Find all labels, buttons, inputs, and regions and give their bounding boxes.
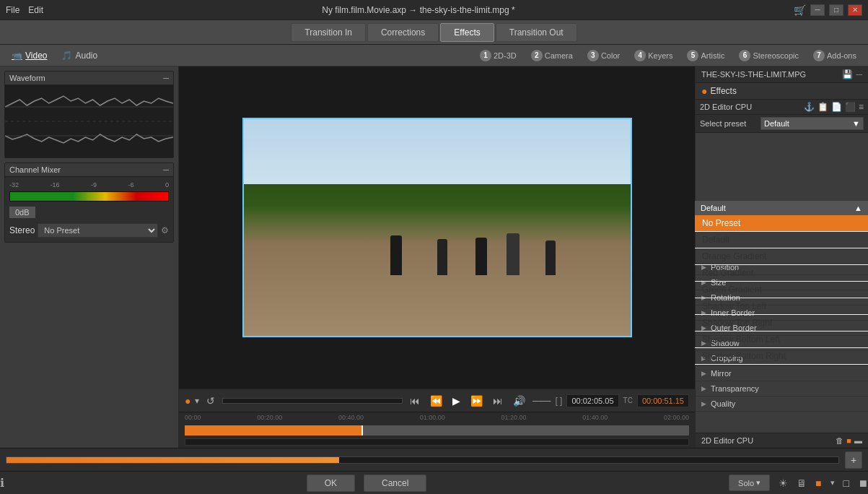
- transparency-label: Transparency: [711, 384, 759, 393]
- bottom-progress-fill: [6, 457, 339, 463]
- paste-icon[interactable]: 📄: [831, 102, 842, 112]
- volume-slider[interactable]: ───: [532, 396, 551, 406]
- preset-dropdown: Default ▲ No Preset Default Orange Gradi…: [695, 201, 868, 365]
- skip-start-icon[interactable]: ⏮: [407, 394, 423, 408]
- prop-mirror[interactable]: ▶ Mirror: [696, 366, 868, 381]
- tab-transition-in[interactable]: Transition In: [291, 23, 366, 42]
- right-panel-bottom-editor: 2D Editor CPU: [701, 436, 753, 445]
- preview-area: [179, 66, 695, 389]
- vu-meter: [9, 191, 169, 202]
- skip-end-icon[interactable]: ⏭: [490, 394, 506, 408]
- vu-scale: -32 -16 -9 -6 0: [9, 181, 169, 188]
- dropdown-item-shadow-bottom-right[interactable]: Shadow Bottom Right: [695, 348, 868, 365]
- list-icon[interactable]: ≡: [859, 102, 864, 112]
- dropdown-item-default[interactable]: Default: [695, 232, 868, 248]
- channel-mixer-minimize-icon[interactable]: ─: [163, 165, 169, 174]
- color-box-icon[interactable]: ■: [815, 477, 821, 489]
- solo-label: Solo: [738, 479, 754, 488]
- info-button[interactable]: ℹ: [0, 476, 4, 490]
- tab-corrections[interactable]: Corrections: [367, 23, 439, 42]
- white-box-icon[interactable]: □: [843, 477, 849, 489]
- tab-2d3d[interactable]: 1 2D-3D: [474, 48, 522, 64]
- tab-audio[interactable]: 🎵 Audio: [56, 48, 103, 63]
- orange-square-icon[interactable]: ■: [846, 436, 851, 445]
- titlebar-title: Ny film.film.Movie.axp → the-sky-is-the-…: [322, 5, 514, 15]
- video-placeholder: [244, 119, 631, 336]
- play-button[interactable]: ▶: [450, 394, 463, 408]
- tab-num-1: 1: [480, 50, 491, 61]
- prop-quality[interactable]: ▶ Quality: [696, 396, 868, 412]
- effects-indicator: ●: [701, 85, 707, 97]
- center-area: ● ▾ ↺ ⏮ ⏪ ▶ ⏩ ⏭ 🔊 ─── [ ] 00:02:05.05 TC…: [179, 66, 695, 448]
- monitor-icon[interactable]: 🖥: [797, 477, 807, 489]
- copy-icon[interactable]: 📋: [817, 102, 828, 112]
- minimize-button[interactable]: ─: [810, 4, 825, 16]
- tab-artistic[interactable]: 5 Artistic: [681, 48, 730, 64]
- dropdown-item-shadow-bottom-left[interactable]: Shadow Bottom Left: [695, 332, 868, 348]
- timeline-scrollbar[interactable]: [185, 438, 689, 446]
- dropdown-icon[interactable]: ▾: [830, 478, 835, 488]
- tab-transition-out[interactable]: Transition Out: [496, 23, 577, 42]
- tab-color[interactable]: 3 Color: [582, 48, 626, 64]
- solo-arrow-icon: ▾: [756, 478, 760, 488]
- cart-icon[interactable]: 🛒: [794, 4, 806, 16]
- dropdown-item-orange-gradient[interactable]: Orange Gradient: [695, 248, 868, 265]
- anchor-icon[interactable]: ⚓: [804, 102, 815, 112]
- close-button[interactable]: ✕: [848, 4, 862, 16]
- dropdown-header-label: Default: [701, 204, 726, 212]
- vu-label-2: -16: [50, 181, 59, 188]
- prop-transparency[interactable]: ▶ Transparency: [696, 381, 868, 396]
- settings-icon[interactable]: ⬛: [845, 102, 856, 112]
- transport-red-dot[interactable]: ●: [185, 395, 190, 407]
- sun-icon[interactable]: ☀: [779, 477, 788, 489]
- tab-num-5: 5: [687, 50, 698, 61]
- tab-camera-label: Camera: [545, 51, 573, 60]
- dropdown-close-icon[interactable]: ▲: [854, 204, 862, 212]
- solo-button[interactable]: Solo ▾: [729, 474, 770, 491]
- tab-video[interactable]: 📹 Video: [6, 48, 53, 63]
- audio-tab-label: Audio: [75, 51, 97, 61]
- tab-num-7: 7: [813, 50, 825, 61]
- volume-icon[interactable]: 🔊: [510, 394, 528, 408]
- tab-camera[interactable]: 2 Camera: [525, 48, 579, 64]
- tab-keyers[interactable]: 4 Keyers: [628, 48, 678, 64]
- dropdown-item-shadow-top-right[interactable]: Shadow Top Right: [695, 315, 868, 332]
- menu-edit[interactable]: Edit: [28, 5, 43, 15]
- tab-effects[interactable]: Effects: [440, 23, 494, 42]
- tab-stereoscopic[interactable]: 6 Stereoscopic: [733, 48, 805, 64]
- preset-dropdown-trigger[interactable]: Default ▼: [760, 117, 864, 130]
- tab-stereoscopic-label: Stereoscopic: [753, 51, 799, 60]
- timeline-track[interactable]: [185, 425, 689, 436]
- dropdown-item-shadow-top-left[interactable]: Shadow Top Left: [695, 298, 868, 315]
- audio-preset-select[interactable]: No Preset: [38, 223, 158, 238]
- step-forward-icon[interactable]: ⏩: [468, 394, 486, 408]
- cancel-button[interactable]: Cancel: [364, 474, 426, 492]
- menu-file[interactable]: File: [6, 5, 19, 15]
- save-icon[interactable]: 💾: [842, 69, 853, 79]
- dropdown-item-no-preset[interactable]: No Preset: [695, 215, 868, 232]
- right-minimize-icon[interactable]: ─: [856, 69, 862, 79]
- trash-icon[interactable]: 🗑: [836, 436, 843, 445]
- vu-label-3: -9: [91, 181, 97, 188]
- add-button[interactable]: +: [845, 451, 862, 469]
- waveform-title: Waveform: [9, 74, 45, 82]
- dropdown-item-red-gradient[interactable]: Red Gradient: [695, 265, 868, 282]
- tc-label: TC: [623, 396, 633, 404]
- chevron-down-icon[interactable]: ▾: [195, 396, 199, 406]
- cyclist-4: [507, 233, 520, 275]
- quality-arrow-icon: ▶: [701, 400, 706, 407]
- audio-settings-icon[interactable]: ⚙: [161, 225, 169, 235]
- bottom-progress-bar[interactable]: [6, 456, 839, 464]
- list-view-icon[interactable]: ▬: [854, 436, 862, 445]
- tab-addons[interactable]: 7 Add-ons: [807, 48, 862, 64]
- step-back-icon[interactable]: ⏪: [427, 394, 445, 408]
- effects-label: Effects: [710, 86, 736, 96]
- maximize-button[interactable]: □: [829, 4, 843, 16]
- timeline-progress: [185, 425, 361, 436]
- end-icon[interactable]: ⏹: [858, 477, 868, 489]
- scrubber-bar[interactable]: [222, 398, 402, 404]
- ok-button[interactable]: OK: [307, 474, 355, 492]
- loop-icon[interactable]: ↺: [203, 394, 218, 408]
- waveform-minimize-icon[interactable]: ─: [163, 74, 169, 82]
- dropdown-item-green-gradient[interactable]: Green Gradient: [695, 282, 868, 298]
